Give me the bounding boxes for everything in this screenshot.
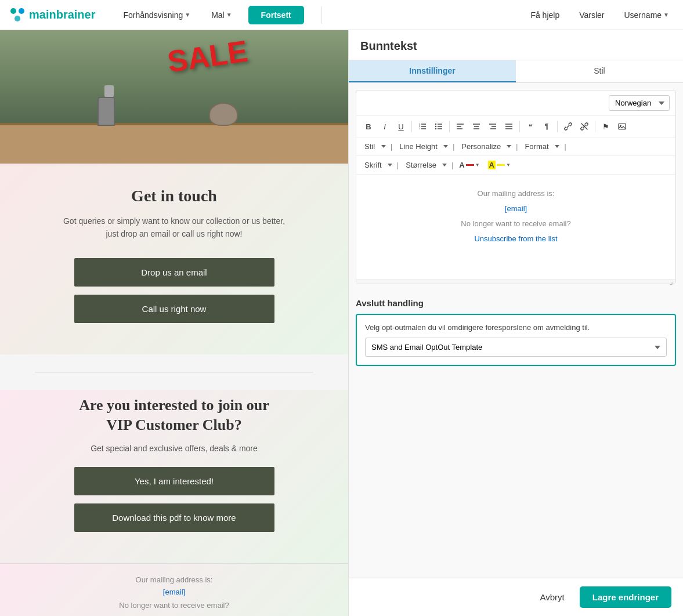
cancel-button[interactable]: Avbryt <box>532 586 573 608</box>
nav-divider <box>321 6 322 24</box>
chevron-down-icon: ▼ <box>663 12 669 18</box>
editor-mailing-address: Our mailing address is: <box>368 186 664 201</box>
skrift-dropdown[interactable]: Skrift <box>361 159 393 171</box>
image-icon <box>618 122 626 131</box>
yes-interested-button[interactable]: Yes, I am interested! <box>74 467 274 495</box>
blockquote-button[interactable]: ❝ <box>523 119 538 134</box>
link-button[interactable] <box>561 119 576 134</box>
toolbar-separator <box>449 121 450 132</box>
toolbar-separator <box>595 121 595 132</box>
align-justify-button[interactable] <box>501 119 516 134</box>
nav-username[interactable]: Username ▼ <box>620 7 674 23</box>
align-left-icon <box>456 122 464 131</box>
sale-text: SALE <box>165 34 250 79</box>
preview-hero-image: SALE <box>0 30 348 164</box>
vip-subtitle: Get special and exclusive offers, deals … <box>35 444 313 453</box>
editor-resize-handle[interactable]: ⌟ <box>356 279 675 284</box>
svg-point-2 <box>15 16 20 21</box>
footer-email-link[interactable]: [email] <box>12 588 337 596</box>
download-pdf-button[interactable]: Download this pdf to know more <box>74 503 274 532</box>
settings-tab-bar: Innstillinger Stil <box>349 60 683 83</box>
logo-icon <box>9 7 26 23</box>
resize-icon: ⌟ <box>670 278 673 286</box>
nav-help[interactable]: Få hjelp <box>526 7 564 23</box>
toolbar-separator <box>557 121 558 132</box>
vip-title: Are you interested to join our VIP Custo… <box>35 396 313 435</box>
personalize-dropdown[interactable]: Personalize <box>458 140 512 153</box>
editor-content[interactable]: Our mailing address is: [email] No longe… <box>356 175 675 279</box>
svg-point-1 <box>19 8 24 14</box>
nav-template[interactable]: Mal ▼ <box>207 7 236 23</box>
align-justify-icon <box>505 122 513 131</box>
footer-mailing-label: Our mailing address is: <box>12 575 337 584</box>
svg-rect-27 <box>619 124 626 129</box>
bottom-actions: Avbryt Lagre endringer <box>349 578 683 616</box>
editor-area: Norwegian B I U 123 <box>356 90 676 284</box>
avslutt-section: Avslutt handling Velg opt-outmalen du vi… <box>356 291 676 366</box>
flag-button[interactable]: ⚑ <box>598 119 613 134</box>
get-in-touch-section: Get in touch Got queries or simply want … <box>0 164 348 354</box>
avslutt-description: Velg opt-outmalen du vil omdirigere fore… <box>365 323 667 332</box>
storrelse-dropdown[interactable]: Størrelse <box>402 159 448 171</box>
panel-title: Bunntekst <box>349 30 683 60</box>
nav-right-group: Få hjelp Varsler Username ▼ <box>526 7 674 23</box>
chevron-down-icon: ▼ <box>226 12 232 18</box>
align-center-icon <box>472 122 480 131</box>
svg-point-13 <box>435 126 436 127</box>
unordered-list-icon <box>435 122 443 131</box>
nav-notifications[interactable]: Varsler <box>574 7 609 23</box>
toolbar-row-1: B I U 123 <box>356 116 675 137</box>
font-color-button[interactable]: A ▼ <box>457 159 482 171</box>
call-now-button[interactable]: Call us right now <box>74 295 274 323</box>
footer-no-longer-text: No longer want to receive email? <box>12 601 337 610</box>
save-changes-button[interactable]: Lagre endringer <box>580 586 671 608</box>
line-height-dropdown[interactable]: Line Height <box>396 140 449 153</box>
chevron-down-icon: ▼ <box>185 12 190 18</box>
toolbar-row-2: Stil | Line Height | Personalize | Forma… <box>356 137 675 156</box>
svg-point-0 <box>10 8 16 14</box>
main-area: SALE Get in touch Got queries or simply … <box>0 30 683 616</box>
git-title: Get in touch <box>35 187 313 205</box>
preview-footer-section: Our mailing address is: [email] No longe… <box>0 563 348 616</box>
svg-point-12 <box>435 124 436 125</box>
underline-button[interactable]: U <box>393 119 409 134</box>
italic-button[interactable]: I <box>377 119 392 134</box>
editor-unsubscribe-link[interactable]: Unsubscribe from the list <box>474 234 557 243</box>
unordered-list-button[interactable] <box>431 119 446 134</box>
language-select-row: Norwegian <box>356 90 675 116</box>
language-select[interactable]: Norwegian <box>609 95 670 111</box>
align-left-button[interactable] <box>453 119 468 134</box>
tab-stil[interactable]: Stil <box>516 60 683 82</box>
align-center-button[interactable] <box>469 119 484 134</box>
continue-button[interactable]: Fortsett <box>248 6 304 24</box>
unlink-button[interactable] <box>577 119 592 134</box>
tab-innstillinger[interactable]: Innstillinger <box>349 60 516 82</box>
stil-dropdown[interactable]: Stil <box>361 140 387 153</box>
arrow-indicator-icon: ⬅ <box>216 613 226 616</box>
highlight-color-button[interactable]: A ▼ <box>486 159 513 171</box>
unlink-icon <box>580 122 588 131</box>
top-navigation: mainbrainer Forhåndsvisning ▼ Mal ▼ Fort… <box>0 0 683 30</box>
toolbar-separator <box>411 121 412 132</box>
editor-no-longer: No longer want to receive email? <box>368 216 664 231</box>
avslutt-template-select[interactable]: SMS and Email OptOut Template <box>365 338 667 357</box>
nav-preview[interactable]: Forhåndsvisning ▼ <box>119 7 196 23</box>
editor-email-link[interactable]: [email] <box>505 204 527 213</box>
svg-text:3: 3 <box>419 127 421 130</box>
align-right-button[interactable] <box>485 119 500 134</box>
toolbar-separator <box>519 121 520 132</box>
section-divider <box>35 372 313 372</box>
paragraph-button[interactable]: ¶ <box>539 119 554 134</box>
toolbar-row-3: Skrift | Størrelse | A ▼ A ▼ <box>356 156 675 175</box>
vip-section: Are you interested to join our VIP Custo… <box>0 390 348 564</box>
format-dropdown[interactable]: Format <box>521 140 561 153</box>
chevron-down-icon: ▼ <box>475 162 480 168</box>
image-button[interactable] <box>615 119 630 134</box>
drop-email-button[interactable]: Drop us an email <box>74 258 274 287</box>
ordered-list-button[interactable]: 123 <box>415 119 430 134</box>
right-settings-panel: Bunntekst Innstillinger Stil Norwegian B… <box>348 30 683 616</box>
svg-point-28 <box>620 125 621 126</box>
bold-button[interactable]: B <box>361 119 376 134</box>
logo-text: mainbrainer <box>29 8 96 21</box>
chevron-down-icon: ▼ <box>506 162 511 168</box>
